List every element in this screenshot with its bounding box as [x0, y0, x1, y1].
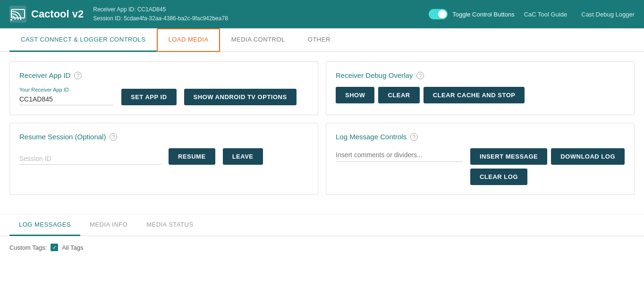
- nav-logger-link[interactable]: Cast Debug Logger: [581, 11, 635, 18]
- receiver-app-id-title: Receiver App ID ?: [19, 71, 308, 79]
- set-app-id-button[interactable]: SET APP ID: [121, 89, 177, 105]
- log-controls-body: INSERT MESSAGE DOWNLOAD LOG CLEAR LOG: [336, 148, 625, 185]
- custom-tags-row: Custom Tags: All Tags: [0, 236, 644, 259]
- clear-log-button[interactable]: CLEAR LOG: [470, 169, 527, 185]
- resume-session-panel: Resume Session (Optional) ? RESUME LEAVE: [9, 123, 318, 195]
- download-log-button[interactable]: DOWNLOAD LOG: [551, 148, 625, 165]
- toggle-switch[interactable]: [429, 9, 448, 19]
- toggle-area: Toggle Control Buttons: [429, 9, 515, 19]
- tab-cast-connect[interactable]: CAST CONNECT & LOGGER CONTROLS: [9, 28, 157, 52]
- bottom-panels-row: Resume Session (Optional) ? RESUME LEAVE…: [9, 123, 635, 195]
- tab-load-media[interactable]: LOAD MEDIA: [157, 28, 220, 52]
- svg-point-2: [10, 19, 12, 21]
- main-tabs: CAST CONNECT & LOGGER CONTROLS LOAD MEDI…: [0, 28, 644, 52]
- show-button[interactable]: SHOW: [336, 87, 374, 103]
- log-section: LOG MESSAGES MEDIA INFO MEDIA STATUS Cus…: [0, 214, 644, 259]
- session-id-info: Session ID: 5cdae4fa-32aa-4386-ba2c-9fac…: [93, 14, 415, 23]
- log-message-controls-title: Log Message Controls ?: [336, 133, 625, 141]
- app-header: Cactool v2 Receiver App ID: CC1AD845 Ses…: [0, 0, 644, 28]
- log-comment-input[interactable]: [336, 148, 463, 162]
- resume-session-help-icon[interactable]: ?: [110, 133, 117, 141]
- resume-button[interactable]: RESUME: [169, 148, 215, 165]
- clear-cache-stop-button[interactable]: CLEAR CACHE AND STOP: [424, 87, 525, 103]
- show-android-tv-button[interactable]: SHOW ANDROID TV OPTIONS: [184, 89, 297, 105]
- receiver-debug-buttons: SHOW CLEAR CLEAR CACHE AND STOP: [336, 87, 625, 103]
- log-tabs: LOG MESSAGES MEDIA INFO MEDIA STATUS: [0, 214, 644, 236]
- cast-logo-icon: [9, 6, 26, 23]
- all-tags-checkbox[interactable]: [51, 244, 58, 251]
- leave-button[interactable]: LEAVE: [223, 148, 263, 165]
- toggle-label: Toggle Control Buttons: [452, 11, 515, 18]
- logo: Cactool v2: [9, 6, 84, 23]
- log-btn-row-top: INSERT MESSAGE DOWNLOAD LOG: [470, 148, 625, 165]
- receiver-app-id-input-value[interactable]: CC1AD845: [19, 93, 114, 105]
- receiver-app-id-help-icon[interactable]: ?: [74, 72, 82, 79]
- log-tab-messages[interactable]: LOG MESSAGES: [9, 214, 80, 236]
- header-nav: CaC Tool Guide Cast Debug Logger: [524, 11, 635, 18]
- receiver-app-id-panel: Receiver App ID ? Your Receiver App ID C…: [9, 61, 318, 115]
- receiver-app-id-input-col: Your Receiver App ID CC1AD845: [19, 87, 114, 105]
- session-id-input[interactable]: [19, 153, 161, 165]
- resume-session-body: RESUME LEAVE: [19, 148, 308, 165]
- log-btn-col: INSERT MESSAGE DOWNLOAD LOG CLEAR LOG: [470, 148, 625, 185]
- tab-media-control[interactable]: MEDIA CONTROL: [220, 28, 297, 52]
- receiver-debug-help-icon[interactable]: ?: [416, 72, 424, 79]
- custom-tags-label: Custom Tags:: [9, 244, 47, 251]
- top-panels-row: Receiver App ID ? Your Receiver App ID C…: [9, 61, 635, 115]
- nav-guide-link[interactable]: CaC Tool Guide: [524, 11, 568, 18]
- receiver-debug-title: Receiver Debug Overlay ?: [336, 71, 625, 79]
- receiver-app-id-body: Your Receiver App ID CC1AD845 SET APP ID…: [19, 87, 308, 105]
- receiver-debug-panel: Receiver Debug Overlay ? SHOW CLEAR CLEA…: [326, 61, 635, 115]
- all-tags-label: All Tags: [62, 244, 83, 251]
- main-content: Receiver App ID ? Your Receiver App ID C…: [0, 52, 644, 212]
- receiver-app-id-input-label: Your Receiver App ID: [19, 87, 114, 93]
- resume-session-title: Resume Session (Optional) ?: [19, 133, 308, 141]
- log-message-help-icon[interactable]: ?: [410, 133, 418, 141]
- receiver-app-id-info: Receiver App ID: CC1AD845: [93, 5, 415, 14]
- clear-button[interactable]: CLEAR: [378, 87, 419, 103]
- insert-message-button[interactable]: INSERT MESSAGE: [470, 148, 547, 165]
- header-info: Receiver App ID: CC1AD845 Session ID: 5c…: [93, 5, 415, 23]
- log-btn-row-bottom: CLEAR LOG: [470, 169, 625, 185]
- log-tab-media-info[interactable]: MEDIA INFO: [80, 214, 137, 236]
- tab-other[interactable]: OTHER: [297, 28, 342, 52]
- log-message-controls-panel: Log Message Controls ? INSERT MESSAGE DO…: [326, 123, 635, 195]
- log-tab-media-status[interactable]: MEDIA STATUS: [137, 214, 203, 236]
- logo-text: Cactool v2: [31, 8, 84, 20]
